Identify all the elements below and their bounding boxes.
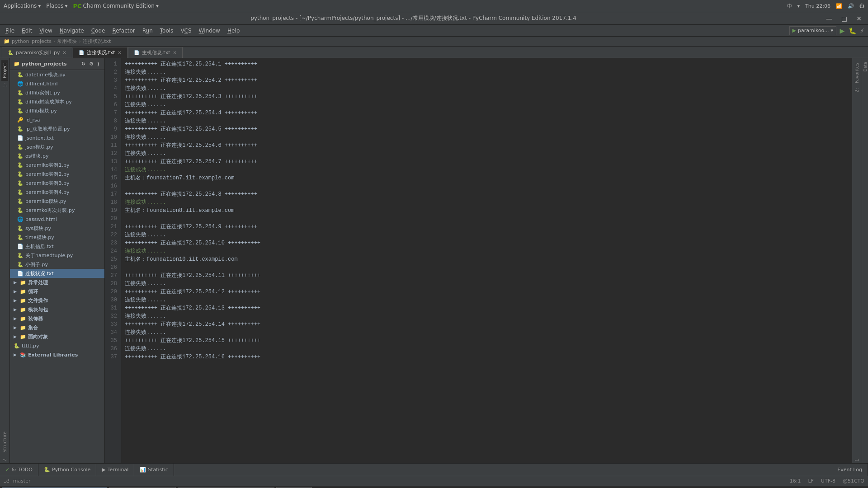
menu-file[interactable]: File [2,27,18,35]
sidebar-header: 📁 python_projects ↻ ⚙ ⟩ [10,58,104,70]
bottom-tab-python-console[interactable]: 🐍 Python Console [38,464,96,476]
sidebar-item-sys[interactable]: 🐍 sys模块.py [10,224,104,233]
code-line-11: ++++++++++ 正在连接172.25.254.6 ++++++++++ [125,141,848,150]
vtab-data[interactable]: Data [863,60,868,74]
sidebar-item-difflib1[interactable]: 🐍 difflib实例1.py [10,88,104,97]
sidebar-item-passwd[interactable]: 🌐 passwd.html [10,215,104,224]
sidebar-folder-exception[interactable]: ▶ 📁 异常处理 [10,278,104,287]
file-icon-paramiko2: 🐍 [17,171,24,177]
run-button[interactable]: ▶ [838,27,846,35]
sidebar-sync-btn[interactable]: ↻ [80,61,87,67]
sidebar-item-idrsa[interactable]: 🔑 id_rsa [10,115,104,124]
folder-icon-set: 📁 [20,325,26,331]
sidebar-item-namedtuple[interactable]: 🐍 关于namedtuple.py [10,251,104,260]
minimize-button[interactable]: — [823,15,835,22]
code-line-4: 连接失败...... [125,84,848,93]
sidebar-folder-modules[interactable]: ▶ 📁 模块与包 [10,305,104,314]
debug-button[interactable]: 🐛 [848,27,856,35]
vtab-1[interactable]: 1: [1,82,8,89]
sidebar-item-paramiko2[interactable]: 🐍 paramiko实例2.py [10,169,104,178]
file-name-datetime: datetime模块.py [25,71,66,78]
tab-close-zhuji[interactable]: ✕ [173,50,177,55]
file-name-sys: sys模块.py [25,225,51,232]
folder-icon-fileops: 📁 [20,298,26,304]
bottom-tab-todo[interactable]: ✓ 6: TODO [0,464,38,476]
sidebar-folder-loop[interactable]: ▶ 📁 循环 [10,287,104,296]
breadcrumb-project[interactable]: python_projects [12,38,52,44]
menu-refactor[interactable]: Refactor [108,27,138,35]
sidebar-external-libs[interactable]: ▶ 📚 External Libraries [10,350,104,359]
tab-py-icon: 🐍 [8,50,13,55]
sidebar-gear-btn[interactable]: ⚙ [88,61,95,67]
sidebar-item-paramiko1[interactable]: 🐍 paramiko实例1.py [10,160,104,169]
todo-icon: ✓ [5,467,9,473]
menu-vcs[interactable]: VCS [177,27,195,35]
run-config-selector[interactable]: ▶ paramikoo... ▾ [789,26,837,35]
sidebar-folder-oop[interactable]: ▶ 📁 面向对象 [10,332,104,341]
vtab-structure[interactable]: Structure [1,429,8,455]
menu-help[interactable]: Help [224,27,243,35]
places-menu[interactable]: Places ▾ [46,3,67,9]
vtab-right-1[interactable]: 1: [854,456,860,463]
code-editor[interactable]: ++++++++++ 正在连接172.25.254.1 ++++++++++连接… [121,58,852,463]
sidebar-item-ttttt[interactable]: 🐍 ttttt.py [10,341,104,350]
sidebar-item-difflib3[interactable]: 🐍 difflib模块.py [10,106,104,115]
menu-edit[interactable]: Edit [18,27,36,35]
maximize-button[interactable]: □ [839,15,850,22]
tab-zhuji[interactable]: 📄 主机信息.txt ✕ [128,47,183,58]
vtab-right-2[interactable]: 2: [854,87,860,94]
breadcrumb-folder[interactable]: 常用模块 [57,38,77,45]
sidebar-item-paramiko4[interactable]: 🐍 paramiko实例4.py [10,188,104,197]
menu-navigate[interactable]: Navigate [56,27,88,35]
git-icon: ⎇ [4,478,9,484]
file-icon-difflib2: 🐍 [17,99,24,105]
sidebar-expand-btn[interactable]: ⟩ [96,61,101,67]
tab-close-lianjiex[interactable]: ✕ [118,50,121,55]
line-separator: LF [808,478,813,484]
sidebar-item-time[interactable]: 🐍 time模块.py [10,233,104,242]
sidebar-file-list: 🐍 datetime模块.py 🌐 diffirent.html 🐍 diffl… [10,70,104,463]
sidebar-item-paramko[interactable]: 🐍 paramko再次封装.py [10,206,104,215]
file-name-jsontext: jsontext.txt [25,135,54,141]
close-button[interactable]: ✕ [854,15,864,22]
tab-close-paramiko1[interactable]: ✕ [62,50,66,55]
coverage-button[interactable]: ⚡ [858,27,866,35]
breadcrumb-file[interactable]: 连接状况.txt [83,38,111,45]
sidebar-folder-set[interactable]: ▶ 📁 集合 [10,323,104,332]
sidebar-item-connection[interactable]: 📄 连接状况.txt [10,269,104,278]
signal-icon: 中 [787,3,792,9]
bottom-tab-event-log[interactable]: Event Log [832,464,868,476]
sidebar-item-paramiko3[interactable]: 🐍 paramiko实例3.py [10,178,104,188]
folder-arrow-external: ▶ [14,352,18,357]
sidebar-item-datetime[interactable]: 🐍 datetime模块.py [10,70,104,79]
vtab-favorites[interactable]: Favorites [854,60,860,86]
sidebar-item-json[interactable]: 🐍 json模块.py [10,142,104,151]
code-line-29: ++++++++++ 正在连接172.25.254.12 ++++++++++ [125,288,848,296]
code-line-1: ++++++++++ 正在连接172.25.254.1 ++++++++++ [125,60,848,68]
sidebar-item-diffirent[interactable]: 🌐 diffirent.html [10,79,104,88]
menu-window[interactable]: Window [195,27,224,35]
sidebar-item-os[interactable]: 🐍 os模块.py [10,151,104,160]
sidebar-folder-fileops[interactable]: ▶ 📁 文件操作 [10,296,104,305]
menu-code[interactable]: Code [88,27,109,35]
sidebar-item-difflib2[interactable]: 🐍 difflib封装成脚本.py [10,97,104,106]
menu-view[interactable]: View [36,27,56,35]
sidebar-item-example[interactable]: 🐍 小例子.py [10,260,104,269]
bottom-tab-statistic[interactable]: 📊 Statistic [134,464,174,476]
bottom-tab-terminal[interactable]: ▶ Terminal [96,464,134,476]
sidebar-item-ip[interactable]: 🐍 ip_获取地理位置.py [10,124,104,133]
code-line-36: 连接失败...... [125,345,848,353]
folder-icon-oop: 📁 [20,334,26,340]
menu-run[interactable]: Run [139,27,156,35]
menu-tools[interactable]: Tools [156,27,177,35]
sidebar-item-jsontext[interactable]: 📄 jsontext.txt [10,133,104,142]
applications-menu[interactable]: Applications ▾ [4,3,41,9]
tab-paramiko1[interactable]: 🐍 paramiko实例1.py ✕ [2,47,72,58]
sidebar-folder-decorator[interactable]: ▶ 📁 装饰器 [10,314,104,323]
vtab-2[interactable]: 2: [1,456,8,463]
tab-lianjiex[interactable]: 📄 连接状况.txt ✕ [73,47,127,58]
vtab-project[interactable]: Project [1,60,8,81]
sidebar-item-paramiko-mod[interactable]: 🐍 paramiko模块.py [10,197,104,206]
sidebar-item-zhuji-info[interactable]: 📄 主机信息.txt [10,242,104,251]
pycharm-menu[interactable]: PC Charm Community Edition ▾ [73,3,159,9]
